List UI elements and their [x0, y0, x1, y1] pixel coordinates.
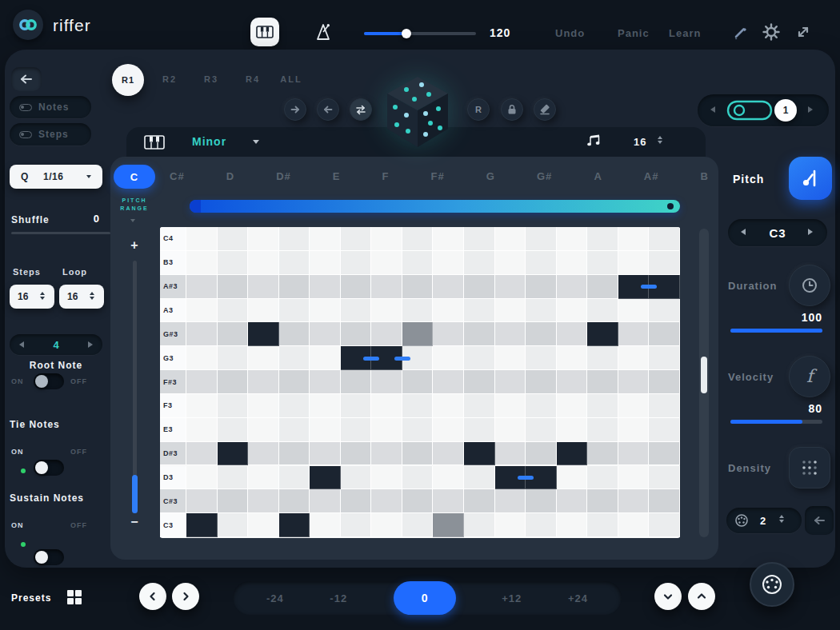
grid-cell[interactable]	[557, 489, 588, 513]
grid-cell[interactable]	[371, 442, 402, 466]
grid-cell[interactable]	[433, 251, 464, 275]
density-button[interactable]	[789, 447, 830, 488]
grid-cell[interactable]	[341, 275, 372, 299]
revert-button[interactable]	[805, 506, 834, 535]
grid-cell[interactable]	[341, 466, 372, 490]
grid-cell[interactable]	[618, 322, 650, 346]
grid-cell[interactable]	[218, 370, 249, 394]
grid-cell[interactable]	[557, 418, 588, 442]
grid-cell[interactable]	[279, 346, 310, 370]
grid-cell[interactable]	[464, 322, 495, 346]
grid-cell[interactable]	[218, 466, 249, 490]
grid-cell[interactable]	[341, 227, 372, 251]
grid-cell[interactable]	[433, 418, 464, 442]
grid-cell[interactable]	[618, 251, 650, 275]
grid-cell[interactable]	[402, 394, 434, 418]
grid-cell[interactable]	[218, 489, 249, 513]
grid-cell[interactable]	[186, 227, 218, 251]
steps-stepper[interactable]: 16	[10, 285, 54, 309]
note-option[interactable]: F#	[431, 170, 445, 182]
grid-cell[interactable]	[557, 299, 588, 323]
tab-r1[interactable]: R1	[112, 64, 144, 96]
midi-connect-button[interactable]	[750, 562, 794, 607]
grid-cell[interactable]	[464, 275, 495, 299]
grid-cell[interactable]	[526, 346, 557, 370]
grid-cell[interactable]	[464, 513, 495, 537]
shuffle-slider[interactable]	[11, 232, 110, 234]
back-button[interactable]	[11, 67, 42, 91]
grid-cell[interactable]	[526, 227, 557, 251]
grid-cell[interactable]	[248, 370, 279, 394]
note-option[interactable]: D#	[276, 170, 291, 182]
grid-cell[interactable]	[464, 418, 495, 442]
grid-cell[interactable]	[248, 466, 279, 490]
grid-cell[interactable]	[186, 322, 218, 346]
grid-cell[interactable]	[310, 513, 341, 537]
duration-slider[interactable]	[730, 329, 822, 333]
settings-button[interactable]	[762, 22, 781, 42]
grid-cell[interactable]	[526, 370, 557, 394]
grid-cell[interactable]	[248, 275, 279, 299]
grid-cell[interactable]	[248, 346, 279, 370]
grid-cell[interactable]	[495, 275, 526, 299]
pitch-bend-button[interactable]	[789, 157, 832, 200]
grid-cell[interactable]	[186, 370, 218, 394]
quantize-select[interactable]: Q 1/16	[10, 165, 102, 189]
grid-cell[interactable]	[495, 322, 526, 346]
grid-cell[interactable]	[433, 299, 464, 323]
grid-cell[interactable]	[495, 227, 526, 251]
grid-cell[interactable]	[433, 489, 464, 513]
pitch-range-plus-button[interactable]: +	[126, 238, 142, 253]
grid-cell[interactable]	[310, 299, 341, 323]
tab-all[interactable]: ALL	[273, 74, 310, 84]
grid-cell[interactable]	[587, 346, 618, 370]
grid-cell[interactable]	[618, 299, 650, 323]
grid-cell[interactable]	[618, 418, 650, 442]
grid-cell[interactable]	[433, 394, 464, 418]
grid-cell[interactable]	[618, 442, 650, 466]
grid-cell[interactable]	[433, 370, 464, 394]
grid-cell[interactable]	[495, 394, 526, 418]
grid-cell[interactable]	[557, 370, 588, 394]
note-option[interactable]: F	[382, 170, 390, 182]
grid-cell[interactable]	[464, 370, 495, 394]
duration-knob-button[interactable]	[789, 265, 830, 306]
grid-cell[interactable]	[186, 489, 218, 513]
pitch-range-minus-button[interactable]: −	[126, 515, 142, 529]
grid-scrollbar-thumb[interactable]	[701, 357, 707, 393]
velocity-slider[interactable]	[730, 420, 822, 424]
grid-cell[interactable]	[218, 227, 249, 251]
grid-cell[interactable]	[526, 489, 557, 513]
note-cell[interactable]	[186, 513, 218, 537]
grid-cell[interactable]	[371, 227, 402, 251]
grid-cell[interactable]	[464, 394, 495, 418]
stepper-right-icon[interactable]	[88, 341, 93, 348]
grid-cell[interactable]	[495, 513, 526, 537]
grid-cell[interactable]	[341, 299, 372, 323]
grid-cell[interactable]	[587, 299, 618, 323]
grid-cell[interactable]	[310, 418, 341, 442]
grid-cell[interactable]	[341, 322, 372, 346]
grid-cell[interactable]	[279, 466, 310, 490]
grid-cell[interactable]	[218, 418, 249, 442]
transpose-option[interactable]: +12	[502, 592, 522, 604]
grid-cell[interactable]	[526, 394, 557, 418]
grid-cell[interactable]	[587, 489, 618, 513]
grid-cell[interactable]	[618, 346, 650, 370]
grid-cell[interactable]	[218, 275, 249, 299]
grid-cell[interactable]	[186, 466, 218, 490]
grid-cell[interactable]	[433, 275, 464, 299]
transpose-option[interactable]: -24	[266, 592, 284, 604]
pager-prev-button[interactable]	[710, 106, 715, 113]
grid-cell[interactable]	[186, 346, 218, 370]
bpm-slider-knob[interactable]	[402, 29, 411, 38]
grid-cell[interactable]	[557, 275, 588, 299]
grid-cell[interactable]	[371, 299, 402, 323]
grid-cell[interactable]	[310, 275, 341, 299]
note-next-button[interactable]	[808, 229, 813, 235]
grid-cell[interactable]	[526, 442, 557, 466]
grid-cell[interactable]	[248, 513, 279, 537]
loop-stepper[interactable]: 16	[59, 285, 104, 309]
grid-cell[interactable]	[402, 370, 434, 394]
grid-scrollbar[interactable]	[699, 229, 709, 537]
